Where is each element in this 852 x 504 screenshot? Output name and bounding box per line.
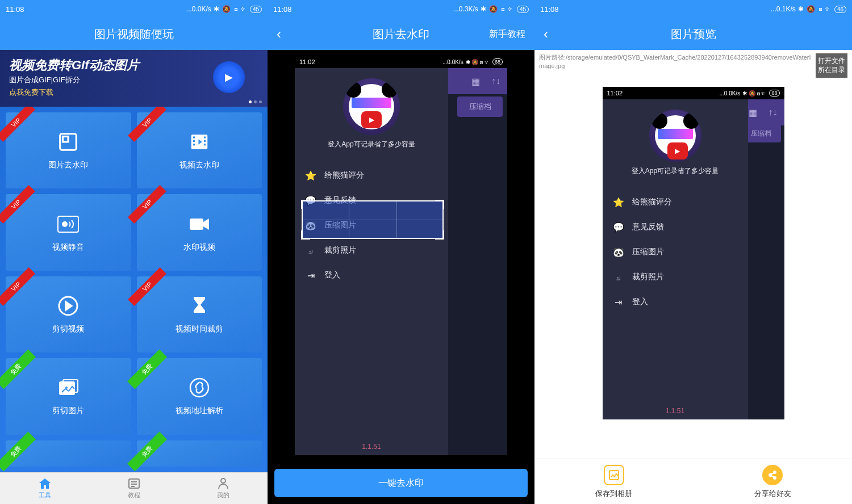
crop-handle-bl[interactable]	[301, 230, 310, 240]
sort-icon: ↑↓	[491, 76, 500, 86]
inner-speed: ...0.0K/s	[442, 59, 463, 65]
sort-icon: ↑↓	[769, 107, 778, 117]
app-header: ‹ 图片去水印 新手教程	[268, 18, 534, 50]
crop-icon: ⟓	[613, 271, 624, 283]
editor-body: 11:02 ...0.0K/s ✱ 🔕 ⊠ ᯤ 68 ▦ ↑↓ 压缩档 ▶	[268, 50, 534, 464]
inner-icons: ✱ 🔕 ⊠ ᯤ	[466, 59, 490, 65]
result-image[interactable]: 11:02 ...0.0K/s ✱ 🔕 ⊠ ᯤ 68 ▦ ↑↓ 压缩档	[603, 87, 784, 419]
status-time: 11:08	[6, 5, 24, 14]
screen-remove-watermark: 11:08 ...0.3K/s ✱ 🔕 ⊠ ᯤ 45 ‹ 图片去水印 新手教程 …	[268, 0, 534, 504]
preview-body: 图片路径:/storage/emulated/0/QSYB_WaterMark_…	[534, 50, 852, 459]
tile-url-parse[interactable]: 免费 视频地址解析	[137, 358, 262, 434]
tile-time-crop[interactable]: VIP 视频时间裁剪	[137, 276, 262, 352]
inner-status-bar: 11:02 ...0.0K/s ✱ 🔕 ⊠ ᯤ 68	[295, 56, 507, 68]
svg-rect-11	[190, 219, 203, 230]
nav-tutorial[interactable]: 教程	[89, 473, 178, 504]
inner-battery: 68	[492, 58, 503, 65]
crop-icon: ⟓	[305, 245, 316, 256]
person-icon	[216, 477, 230, 490]
action-label: 保存到相册	[595, 489, 632, 499]
nav-mine[interactable]: 我的	[178, 473, 268, 504]
tile-label: 图片去水印	[48, 160, 88, 170]
tile-image-watermark[interactable]: VIP 图片去水印	[6, 112, 131, 188]
file-path: 图片路径:/storage/emulated/0/QSYB_WaterMark_…	[539, 53, 811, 71]
crop-handle-tr[interactable]	[435, 200, 444, 209]
crop-handle-tl[interactable]	[301, 200, 310, 209]
compress-button: 压缩档	[457, 96, 503, 117]
svg-rect-1	[63, 137, 69, 142]
inner-time: 11:02	[299, 58, 315, 65]
svg-point-21	[221, 478, 225, 483]
vip-badge: VIP	[0, 185, 35, 224]
svg-rect-4	[193, 140, 195, 142]
version-label: 1.1.51	[295, 443, 448, 451]
tile-cut-video[interactable]: VIP 剪切视频	[6, 276, 131, 352]
vip-badge: VIP	[0, 107, 35, 142]
tool-grid: VIP 图片去水印 VIP 视频去水印 VIP 视频静音 VIP 水印视频 VI…	[0, 107, 268, 472]
tile-partial-9[interactable]: 免费	[6, 440, 131, 467]
promo-banner[interactable]: 视频免费转GIf动态图片 图片合成GIF|GIF拆分 点我免费下载	[0, 50, 268, 107]
grid-icon: ▦	[749, 107, 757, 118]
menu-rate: ⭐给熊猫评分	[603, 190, 748, 215]
menu-crop: ⟓裁剪照片	[295, 238, 448, 263]
status-battery: 46	[834, 6, 846, 13]
panda-icon: 🐼	[613, 246, 624, 258]
tile-label: 剪切图片	[52, 406, 84, 416]
inner-status-bar: 11:02 ...0.0K/s ✱ 🔕 ⊠ ᯤ 68	[603, 87, 784, 99]
tile-cut-image[interactable]: 免费 剪切图片	[6, 358, 131, 434]
free-badge: 免费	[127, 350, 166, 389]
inner-battery: 68	[769, 90, 779, 96]
tile-label: 视频去水印	[179, 160, 219, 170]
nav-tools[interactable]: 工具	[0, 473, 89, 504]
save-to-album-button[interactable]: 保存到相册	[534, 459, 694, 504]
action-label: 分享给好友	[754, 489, 791, 499]
svg-point-16	[190, 379, 208, 397]
back-button[interactable]: ‹	[544, 26, 548, 42]
status-time: 11:08	[540, 5, 559, 14]
svg-rect-9	[58, 216, 78, 232]
share-icon	[762, 465, 783, 485]
svg-rect-8	[204, 144, 206, 145]
status-speed: ...0.0K/s	[186, 5, 211, 13]
home-icon	[38, 477, 52, 490]
panda-avatar: ▶	[649, 110, 701, 162]
status-icons: ✱ 🔕 ⊠ ᯤ	[481, 5, 515, 13]
svg-rect-5	[193, 144, 195, 145]
tile-label: 水印视频	[183, 242, 215, 253]
tile-label: 视频静音	[52, 242, 84, 253]
status-time: 11:08	[273, 5, 292, 14]
header-title: 图片预览	[671, 27, 716, 42]
tile-partial-10[interactable]: 免费	[137, 440, 262, 467]
screen-preview: 11:08 ...0.1K/s ✱ 🔕 ⊠ ᯤ 46 ‹ 图片预览 图片路径:/…	[534, 0, 852, 504]
tile-video-watermark[interactable]: VIP 视频去水印	[137, 112, 262, 188]
image-icon	[57, 131, 80, 153]
tile-video-mute[interactable]: VIP 视频静音	[6, 194, 131, 270]
menu-login: ⇥登入	[295, 263, 448, 288]
svg-rect-6	[204, 137, 206, 138]
tutorial-link[interactable]: 新手教程	[489, 28, 525, 40]
back-button[interactable]: ‹	[277, 26, 281, 42]
star-icon: ⭐	[613, 196, 624, 208]
header-title: 图片去水印	[373, 27, 429, 42]
bottom-nav: 工具 教程 我的	[0, 472, 268, 504]
camera-icon	[188, 213, 211, 236]
tile-watermark-video[interactable]: VIP 水印视频	[137, 194, 262, 270]
nav-label: 我的	[217, 491, 229, 499]
status-speed: ...0.3K/s	[453, 5, 478, 13]
menu-feedback: 💬意见反馈	[603, 215, 748, 240]
status-battery: 45	[250, 6, 262, 13]
carousel-dots[interactable]	[249, 100, 262, 103]
open-directory-button[interactable]: 打开文件所在目录	[816, 53, 847, 78]
remove-watermark-button[interactable]: 一键去水印	[274, 469, 528, 497]
svg-line-26	[771, 473, 774, 474]
nav-label: 工具	[39, 491, 51, 499]
inner-time: 11:02	[607, 90, 623, 96]
share-button[interactable]: 分享给好友	[694, 459, 853, 504]
panda-avatar: ▶	[343, 78, 400, 135]
hourglass-icon	[188, 295, 211, 317]
loaded-image[interactable]: 11:02 ...0.0K/s ✱ 🔕 ⊠ ᯤ 68 ▦ ↑↓ 压缩档 ▶	[295, 56, 507, 455]
drawer-caption: 登入App可记录省了多少容量	[328, 140, 415, 149]
crop-selection[interactable]	[302, 200, 444, 239]
free-badge: 免费	[0, 431, 36, 471]
crop-handle-br[interactable]	[435, 230, 444, 240]
